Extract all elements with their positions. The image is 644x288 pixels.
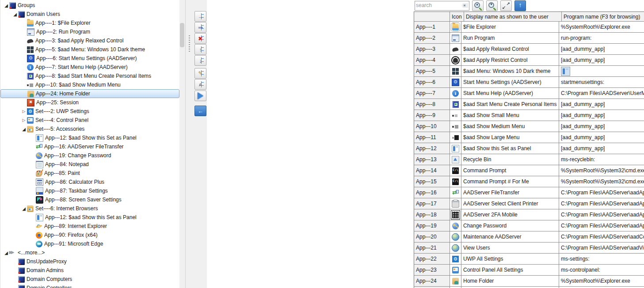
row-id-cell[interactable]: App---14: [414, 165, 450, 176]
row-id-cell[interactable]: App----8: [414, 99, 450, 110]
display-name-cell[interactable]: Maintenance AADServer: [461, 231, 559, 242]
tree-item[interactable]: ◢Set----5: Accessories: [0, 125, 179, 133]
row-icon-cell[interactable]: [450, 276, 461, 286]
program-name-cell[interactable]: C:\Program Files\AADServer\aadAp: [559, 220, 644, 231]
row-icon-cell[interactable]: [450, 88, 461, 99]
row-icon-cell[interactable]: [450, 187, 461, 198]
row-id-cell[interactable]: App---15: [414, 176, 450, 187]
row-id-cell[interactable]: App---19: [414, 220, 450, 231]
tree-item[interactable]: Domain Controllers: [0, 284, 179, 288]
program-name-cell[interactable]: [aad_dummy_app]: [559, 44, 644, 54]
table-row[interactable]: App---11$aad Show Large Menu[aad_dummy_a…: [414, 132, 644, 143]
table-row[interactable]: App----5$aad Menu: Windows 10 Dark theme…: [414, 66, 644, 77]
row-id-cell[interactable]: App----4: [414, 55, 450, 65]
tree-item[interactable]: App---89: Internet Explorer: [0, 222, 179, 231]
edit-node-button[interactable]: ✎: [194, 68, 206, 79]
table-row[interactable]: App----9$aad Show Small Menu[aad_dummy_a…: [414, 110, 644, 121]
row-id-cell[interactable]: App----2: [414, 33, 450, 43]
row-id-cell[interactable]: App---17: [414, 198, 450, 209]
tree-item[interactable]: DnsUpdateProxy: [0, 257, 179, 266]
table-row[interactable]: App---18AADServer 2FA MobileC:\Program F…: [414, 209, 644, 220]
delete-node-button[interactable]: ✖: [194, 33, 206, 44]
row-icon-cell[interactable]: [450, 33, 461, 43]
table-row[interactable]: App----8$aad Start Menu Create Personal …: [414, 99, 644, 110]
tree-item[interactable]: App----1: $File Explorer: [0, 19, 179, 27]
row-id-cell[interactable]: App----6: [414, 77, 450, 87]
row-icon-cell[interactable]: [450, 198, 461, 209]
move-node-up-button[interactable]: ↑: [194, 44, 206, 55]
program-name-cell[interactable]: [aad_dummy_app]: [559, 132, 644, 143]
table-row[interactable]: App---17AADServer Select Client PrinterC…: [414, 198, 644, 209]
tree-item[interactable]: App---84: Notepad: [0, 160, 179, 169]
program-name-cell[interactable]: [aad_dummy_app]: [559, 99, 644, 110]
row-icon-cell[interactable]: [450, 254, 461, 264]
table-row[interactable]: App---14Command Prompt%SystemRoot%\Syste…: [414, 165, 644, 176]
tree-item[interactable]: App----3: $aad Apply Relaxed Control: [0, 36, 179, 45]
display-name-cell[interactable]: $aad Show Small Menu: [461, 110, 559, 121]
search-next-button[interactable]: ▼: [486, 0, 498, 11]
table-row[interactable]: App----6Start Menu Settings (AADServer)s…: [414, 77, 644, 88]
run-preview-button[interactable]: [194, 91, 206, 101]
program-name-cell[interactable]: C:\Program Files\AADServer\aadAp: [559, 187, 644, 198]
table-row[interactable]: App---16AADServer FileTransferC:\Program…: [414, 187, 644, 198]
row-icon-cell[interactable]: [450, 55, 461, 65]
search-input[interactable]: [415, 1, 461, 9]
tree-item[interactable]: App---86: Calculator Plus: [0, 178, 179, 186]
row-id-cell[interactable]: App---18: [414, 209, 450, 220]
display-name-cell[interactable]: $aad Show this Set as Panel: [461, 143, 559, 154]
row-id-cell[interactable]: App----1: [414, 22, 450, 32]
panel-splitter[interactable]: [186, 0, 193, 288]
tree-item[interactable]: App----5: $aad Menu: Windows 10 Dark the…: [0, 45, 179, 54]
column-header-program[interactable]: Program name (F3 for browsing): [562, 12, 644, 21]
program-name-cell[interactable]: C:\Program Files\AADServer\aadVie: [559, 243, 644, 253]
add-sibling-node-button[interactable]: →: [194, 11, 206, 22]
display-name-cell[interactable]: $aad Apply Restrict Control: [461, 55, 559, 65]
tree-item[interactable]: App---12: $aad Show this Set as Panel: [0, 133, 179, 142]
column-header-display[interactable]: Display name as shown to the user: [464, 12, 562, 21]
table-row[interactable]: App---19Change PasswordC:\Program Files\…: [414, 220, 644, 231]
program-name-cell[interactable]: %SystemRoot%\System32\cmd.exe: [559, 165, 644, 176]
tree-item[interactable]: ▷Set----4: Control Panel: [0, 116, 179, 125]
display-name-cell[interactable]: $File Explorer: [461, 22, 559, 32]
display-name-cell[interactable]: Home Folder: [461, 276, 559, 286]
tree-item[interactable]: App----8: $aad Start Menu Create Persona…: [0, 72, 179, 80]
clear-search-icon[interactable]: [461, 3, 468, 8]
tree-item[interactable]: App---90: Firefox (x64): [0, 231, 179, 239]
tree-item[interactable]: App----6: Start Menu Settings (AADServer…: [0, 54, 179, 63]
table-row[interactable]: App----4$aad Apply Restrict Control[aad_…: [414, 55, 644, 66]
collapse-arrow-icon[interactable]: ◢: [3, 3, 9, 8]
expand-arrow-icon[interactable]: ▷: [21, 109, 27, 114]
row-id-cell[interactable]: App---21: [414, 243, 450, 253]
row-id-cell[interactable]: App---13: [414, 154, 450, 165]
row-id-cell[interactable]: App---16: [414, 187, 450, 198]
expand-table-button[interactable]: [500, 0, 512, 11]
program-name-cell[interactable]: ms-controlpanel:: [559, 265, 644, 275]
table-row[interactable]: App----7Start Menu Help (AADServer)C:\Pr…: [414, 88, 644, 99]
table-row[interactable]: App---21View UsersC:\Program Files\AADSe…: [414, 243, 644, 254]
table-row[interactable]: App---22UWP All Settingsms-settings:%HOM…: [414, 254, 644, 265]
collapse-arrow-icon[interactable]: ◢: [3, 250, 9, 255]
display-name-cell[interactable]: Start Menu Help (AADServer): [461, 88, 559, 99]
row-icon-cell[interactable]: [450, 22, 461, 32]
group-app-tree[interactable]: ◢Groups◢Domain UsersApp----1: $File Expl…: [0, 0, 180, 288]
row-id-cell[interactable]: App---10: [414, 121, 450, 132]
table-row[interactable]: App---10$aad Show Medium Menu[aad_dummy_…: [414, 121, 644, 132]
row-icon-cell[interactable]: [450, 265, 461, 275]
search-previous-button[interactable]: ▲: [472, 0, 484, 11]
program-name-cell[interactable]: [aad_dummy_app]: [559, 143, 644, 154]
row-id-cell[interactable]: App----3: [414, 44, 450, 54]
tree-item[interactable]: ◢Set----6: Internet Browsers: [0, 204, 179, 213]
row-id-cell[interactable]: App----5: [414, 66, 450, 76]
display-name-cell[interactable]: Change Password: [461, 220, 559, 231]
program-name-cell[interactable]: C:\Program Files\AADServer\aadCo: [559, 231, 644, 242]
program-name-cell[interactable]: %SystemRoot%\Explorer.exe: [559, 276, 644, 286]
display-name-cell[interactable]: View Users: [461, 243, 559, 253]
row-id-cell[interactable]: App----9: [414, 110, 450, 121]
tree-item[interactable]: ◢<...more...>: [0, 248, 179, 257]
row-id-cell[interactable]: App---11: [414, 132, 450, 143]
display-name-cell[interactable]: AADServer Select Client Printer: [461, 198, 559, 209]
tree-item[interactable]: App----7: Start Menu Help (AADServer): [0, 63, 179, 72]
program-name-cell[interactable]: %SystemRoot%\Explorer.exe: [559, 22, 644, 32]
row-id-cell[interactable]: App---22: [414, 254, 450, 264]
row-icon-cell[interactable]: [450, 99, 461, 110]
